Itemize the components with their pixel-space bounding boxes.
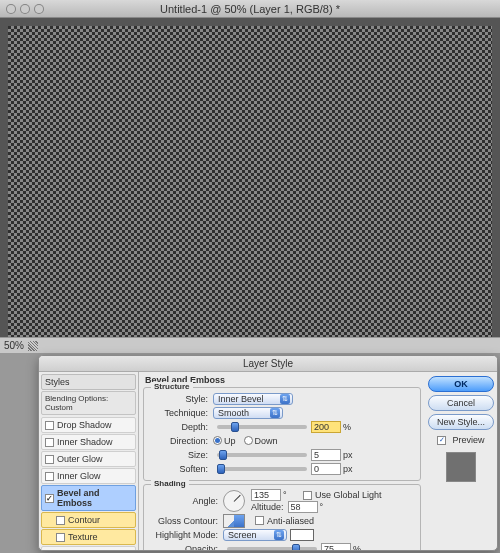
gloss-contour-picker[interactable] <box>223 514 245 528</box>
chevron-updown-icon: ⇅ <box>280 394 290 404</box>
sidebar-item-contour[interactable]: Contour <box>41 512 136 528</box>
sidebar-item-bevel-emboss[interactable]: ✓Bevel and Emboss <box>41 485 136 511</box>
chevron-updown-icon: ⇅ <box>274 530 284 540</box>
status-bar: 50% <box>0 337 500 353</box>
highlight-color-swatch[interactable] <box>290 529 314 541</box>
sidebar-item-label: Drop Shadow <box>57 420 112 430</box>
sidebar-item-label: Inner Glow <box>57 471 101 481</box>
unit-label: px <box>343 464 357 474</box>
checkbox-icon[interactable] <box>45 438 54 447</box>
sidebar-header[interactable]: Styles <box>41 374 136 390</box>
sidebar-item-label: Bevel and Emboss <box>57 488 132 508</box>
window-titlebar: Untitled-1 @ 50% (Layer 1, RGB/8) * <box>0 0 500 18</box>
sidebar-item-label: Outer Glow <box>57 454 103 464</box>
sidebar-item-label: Inner Shadow <box>57 437 113 447</box>
preview-swatch <box>446 452 476 482</box>
altitude-label: Altitude: <box>251 502 284 512</box>
canvas-area: 50% <box>0 18 500 353</box>
unit-label: % <box>343 422 357 432</box>
chevron-down-icon <box>234 515 244 527</box>
chevron-updown-icon: ⇅ <box>270 408 280 418</box>
gloss-contour-label: Gloss Contour: <box>149 516 223 526</box>
soften-input[interactable]: 0 <box>311 463 341 475</box>
technique-label: Technique: <box>149 408 213 418</box>
soften-slider[interactable] <box>217 467 307 471</box>
ok-button[interactable]: OK <box>428 376 494 392</box>
panel-main: Bevel and Emboss Structure Style:Inner B… <box>139 372 425 550</box>
altitude-input[interactable]: 58 <box>288 501 318 513</box>
sidebar-item-outer-glow[interactable]: Outer Glow <box>41 451 136 467</box>
highlight-opacity-input[interactable]: 75 <box>321 543 351 551</box>
depth-input[interactable]: 200 <box>311 421 341 433</box>
unit-label: ° <box>320 502 334 512</box>
zoom-level[interactable]: 50% <box>4 340 24 351</box>
technique-dropdown[interactable]: Smooth⇅ <box>213 407 283 419</box>
highlight-mode-dropdown[interactable]: Screen⇅ <box>223 529 287 541</box>
angle-label: Angle: <box>149 496 223 506</box>
highlight-mode-label: Highlight Mode: <box>149 530 223 540</box>
layer-style-dialog: Layer Style Styles Blending Options: Cus… <box>38 355 498 551</box>
sidebar-item-drop-shadow[interactable]: Drop Shadow <box>41 417 136 433</box>
structure-group: Structure Style:Inner Bevel⇅ Technique:S… <box>143 387 421 481</box>
sidebar-item-satin[interactable]: Satin <box>41 546 136 550</box>
sidebar-item-texture[interactable]: Texture <box>41 529 136 545</box>
sidebar-item-inner-shadow[interactable]: Inner Shadow <box>41 434 136 450</box>
direction-up-radio[interactable] <box>213 436 222 445</box>
checkbox-icon[interactable] <box>45 472 54 481</box>
checkbox-icon[interactable]: ✓ <box>45 494 54 503</box>
checkbox-icon[interactable] <box>56 516 65 525</box>
document-canvas[interactable] <box>8 26 492 345</box>
checkbox-icon[interactable] <box>45 455 54 464</box>
window-title: Untitled-1 @ 50% (Layer 1, RGB/8) * <box>0 3 500 15</box>
radio-label: Up <box>224 436 236 446</box>
dialog-buttons: OK Cancel New Style... ✓Preview <box>425 372 497 550</box>
checkbox-label: Use Global Light <box>315 490 382 500</box>
depth-label: Depth: <box>149 422 213 432</box>
sidebar-item-label: Satin <box>57 549 78 550</box>
antialias-checkbox[interactable] <box>255 516 264 525</box>
style-label: Style: <box>149 394 213 404</box>
sidebar-item-inner-glow[interactable]: Inner Glow <box>41 468 136 484</box>
group-title: Shading <box>151 479 189 488</box>
radio-label: Down <box>255 436 278 446</box>
sidebar-item-label: Contour <box>68 515 100 525</box>
dialog-title: Layer Style <box>39 356 497 372</box>
group-title: Structure <box>151 382 193 391</box>
preview-label: Preview <box>452 435 484 445</box>
style-dropdown[interactable]: Inner Bevel⇅ <box>213 393 293 405</box>
unit-label: % <box>353 544 367 551</box>
new-style-button[interactable]: New Style... <box>428 414 494 430</box>
grip-icon <box>28 341 38 351</box>
highlight-opacity-slider[interactable] <box>227 547 317 551</box>
direction-down-radio[interactable] <box>244 436 253 445</box>
checkbox-icon[interactable] <box>45 550 54 551</box>
cancel-button[interactable]: Cancel <box>428 395 494 411</box>
checkbox-label: Anti-aliased <box>267 516 314 526</box>
direction-label: Direction: <box>149 436 213 446</box>
size-input[interactable]: 5 <box>311 449 341 461</box>
highlight-opacity-label: Opacity: <box>149 544 223 551</box>
size-slider[interactable] <box>217 453 307 457</box>
checkbox-icon[interactable] <box>45 421 54 430</box>
size-label: Size: <box>149 450 213 460</box>
shading-group: Shading Angle: 135°Use Global Light Alti… <box>143 484 421 550</box>
unit-label: ° <box>283 490 297 500</box>
unit-label: px <box>343 450 357 460</box>
sidebar-subheader[interactable]: Blending Options: Custom <box>41 391 136 415</box>
global-light-checkbox[interactable] <box>303 491 312 500</box>
soften-label: Soften: <box>149 464 213 474</box>
sidebar-item-label: Texture <box>68 532 98 542</box>
checkbox-icon[interactable] <box>56 533 65 542</box>
angle-dial[interactable] <box>223 490 245 512</box>
styles-sidebar: Styles Blending Options: Custom Drop Sha… <box>39 372 139 550</box>
preview-checkbox[interactable]: ✓ <box>437 436 446 445</box>
angle-input[interactable]: 135 <box>251 489 281 501</box>
depth-slider[interactable] <box>217 425 307 429</box>
